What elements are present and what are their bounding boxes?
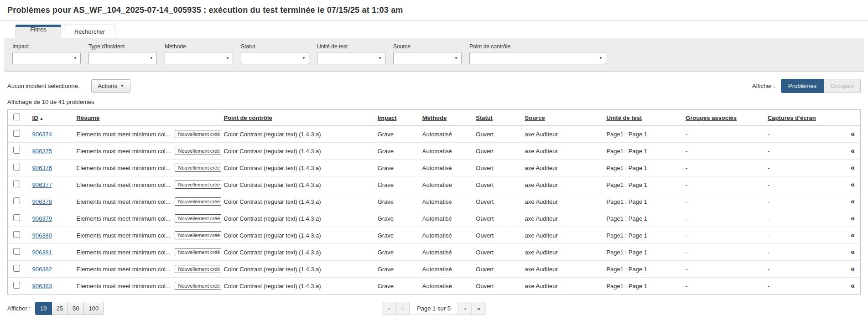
issue-checkpoint: Color Contrast (regular text) (1.4.3.a)	[223, 181, 321, 188]
issue-captures-ecran: -	[768, 266, 769, 273]
issue-groupes-associes: -	[686, 181, 687, 188]
row-checkbox[interactable]	[13, 265, 20, 272]
column-header-impact[interactable]: Impact	[378, 114, 397, 121]
page-size-25-button[interactable]: 25	[52, 302, 68, 315]
issue-groupes-associes: -	[686, 249, 687, 256]
issue-id-link[interactable]: 906379	[32, 215, 52, 222]
issue-statut: Ouvert	[476, 283, 494, 289]
column-header-unite-de-test[interactable]: Unité de test	[606, 114, 642, 121]
collapse-row-icon[interactable]: «	[851, 164, 855, 171]
column-header-methode[interactable]: Méthode	[422, 114, 447, 121]
table-row: 906378 Elements must meet minimum col...…	[8, 193, 861, 210]
column-header-resume[interactable]: Résumé	[77, 114, 100, 121]
filter-point-de-controle-select[interactable]: ▼	[469, 52, 606, 64]
issue-id-link[interactable]: 906383	[32, 283, 52, 289]
column-header-point-de-controle[interactable]: Point de contrôle	[223, 114, 272, 121]
chevron-down-icon: ▼	[150, 56, 153, 60]
collapse-row-icon[interactable]: «	[851, 147, 855, 155]
page-size-100-button[interactable]: 100	[84, 302, 104, 315]
column-header-source[interactable]: Source	[525, 114, 545, 121]
issue-source: axe Auditeur	[525, 249, 558, 256]
last-page-button[interactable]: »	[472, 302, 486, 315]
select-all-checkbox[interactable]	[13, 114, 20, 120]
filter-statut: Statut ▼	[241, 43, 309, 64]
issue-unite-de-test: Page1 : Page 1	[606, 131, 647, 138]
status-badge: Nouvellement créé	[175, 181, 221, 189]
column-header-captures-ecran[interactable]: Captures d'écran	[768, 114, 816, 121]
issue-id-link[interactable]: 906376	[32, 165, 52, 171]
view-problems-button[interactable]: Problèmes	[781, 79, 824, 93]
row-checkbox[interactable]	[13, 282, 20, 289]
issue-methode: Automatisé	[422, 215, 452, 222]
issue-id-link[interactable]: 906377	[32, 181, 52, 188]
issue-groupes-associes: -	[686, 266, 687, 273]
issue-id-link[interactable]: 906381	[32, 249, 52, 256]
issue-source: axe Auditeur	[525, 165, 558, 171]
issue-source: axe Auditeur	[525, 131, 558, 138]
chevron-down-icon: ▼	[454, 56, 458, 60]
row-checkbox[interactable]	[13, 147, 20, 154]
filter-methode: Méthode ▼	[165, 43, 233, 64]
row-checkbox[interactable]	[13, 214, 20, 221]
issue-impact: Grave	[378, 131, 394, 138]
filter-statut-select[interactable]: ▼	[241, 52, 309, 64]
tab-filtres[interactable]: Filtres	[16, 25, 61, 38]
filter-tabs: Filtres Rechercher	[16, 25, 868, 38]
filter-methode-select[interactable]: ▼	[165, 52, 233, 64]
view-groups-button[interactable]: Groupes	[824, 79, 861, 93]
column-header-id[interactable]: ID	[32, 114, 38, 121]
filter-source-select[interactable]: ▼	[393, 52, 462, 64]
issue-statut: Ouvert	[476, 249, 494, 256]
table-row: 906375 Elements must meet minimum col...…	[8, 143, 861, 160]
filter-impact-select[interactable]: ▼	[12, 52, 81, 64]
previous-page-button[interactable]: ‹	[396, 302, 410, 315]
collapse-row-icon[interactable]: «	[851, 265, 855, 273]
issue-captures-ecran: -	[768, 232, 769, 239]
next-page-button[interactable]: ›	[458, 302, 472, 315]
filter-type-incident-label: Type d'incident	[88, 43, 157, 50]
filter-methode-label: Méthode	[165, 43, 233, 50]
collapse-row-icon[interactable]: «	[851, 282, 855, 289]
results-summary: Affichage de 10 de 41 problèmes	[7, 98, 861, 105]
issue-summary: Elements must meet minimum col...	[77, 181, 171, 188]
issue-captures-ecran: -	[768, 215, 769, 222]
row-checkbox[interactable]	[13, 130, 20, 137]
page-size-10-button[interactable]: 10	[35, 302, 52, 315]
filter-source: Source ▼	[393, 43, 462, 64]
collapse-row-icon[interactable]: «	[851, 214, 855, 222]
issue-statut: Ouvert	[476, 198, 494, 205]
status-badge: Nouvellement créé	[175, 130, 221, 138]
column-header-statut[interactable]: Statut	[476, 114, 493, 121]
filter-impact-label: Impact	[12, 43, 81, 50]
issue-statut: Ouvert	[476, 165, 494, 171]
issue-statut: Ouvert	[476, 215, 494, 222]
issue-unite-de-test: Page1 : Page 1	[606, 266, 647, 273]
pagination: « ‹ Page 1 sur 5 › »	[382, 302, 486, 315]
row-checkbox[interactable]	[13, 231, 20, 238]
collapse-row-icon[interactable]: «	[851, 130, 855, 138]
issue-id-link[interactable]: 906380	[32, 232, 52, 239]
page-size-50-button[interactable]: 50	[68, 302, 84, 315]
issue-id-link[interactable]: 906374	[32, 131, 52, 138]
tab-rechercher[interactable]: Rechercher	[64, 25, 115, 38]
table-row: 906379 Elements must meet minimum col...…	[8, 210, 861, 227]
column-header-groupes-associes[interactable]: Groupes associés	[686, 114, 737, 121]
collapse-row-icon[interactable]: «	[851, 248, 855, 256]
actions-button[interactable]: Actions ▼	[91, 79, 130, 93]
row-checkbox[interactable]	[13, 181, 20, 187]
issue-unite-de-test: Page1 : Page 1	[606, 148, 647, 155]
row-checkbox[interactable]	[13, 197, 20, 204]
row-checkbox[interactable]	[13, 164, 20, 171]
collapse-row-icon[interactable]: «	[851, 231, 855, 239]
issue-id-link[interactable]: 906378	[32, 198, 52, 205]
table-row: 906381 Elements must meet minimum col...…	[8, 244, 861, 261]
row-checkbox[interactable]	[13, 248, 20, 255]
issue-id-link[interactable]: 906375	[32, 148, 52, 155]
collapse-row-icon[interactable]: «	[851, 197, 855, 205]
collapse-row-icon[interactable]: «	[851, 181, 855, 188]
issue-source: axe Auditeur	[525, 283, 558, 289]
filter-unite-de-test-select[interactable]: ▼	[317, 52, 385, 64]
issue-id-link[interactable]: 906382	[32, 266, 52, 273]
filter-type-incident-select[interactable]: ▼	[88, 52, 157, 64]
first-page-button[interactable]: «	[382, 302, 396, 315]
